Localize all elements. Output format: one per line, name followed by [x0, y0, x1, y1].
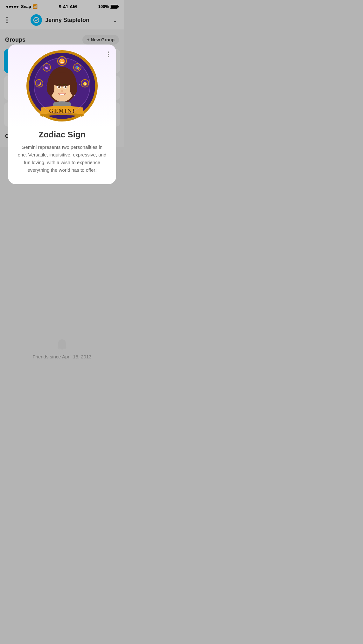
gemini-svg: ♊ ☯ 🎭 🌙 ♋ — [24, 48, 100, 124]
svg-point-53 — [65, 91, 66, 91]
modal-title: Zodiac Sign — [16, 130, 108, 140]
svg-point-48 — [59, 87, 60, 87]
svg-point-42 — [47, 80, 54, 95]
svg-text:♊: ♊ — [59, 58, 65, 64]
svg-text:GEMINI: GEMINI — [49, 108, 75, 114]
svg-text:♋: ♋ — [83, 82, 87, 86]
gemini-illustration: ♊ ☯ 🎭 🌙 ♋ — [8, 45, 116, 127]
svg-point-43 — [70, 80, 77, 95]
more-options-button[interactable] — [106, 50, 111, 59]
svg-point-51 — [58, 91, 59, 91]
modal-description: Gemini represents two personalities in o… — [17, 143, 107, 174]
svg-point-52 — [66, 90, 67, 90]
zodiac-modal: ♊ ☯ 🎭 🌙 ♋ — [8, 45, 116, 184]
svg-point-54 — [61, 90, 63, 92]
svg-point-50 — [57, 90, 58, 90]
svg-text:☯: ☯ — [45, 65, 49, 70]
svg-point-46 — [58, 86, 60, 88]
svg-point-47 — [65, 86, 66, 88]
svg-point-24 — [46, 86, 46, 86]
svg-text:🌙: 🌙 — [37, 81, 41, 86]
svg-point-49 — [66, 87, 66, 87]
svg-text:🎭: 🎭 — [75, 65, 80, 70]
svg-point-25 — [79, 84, 80, 85]
